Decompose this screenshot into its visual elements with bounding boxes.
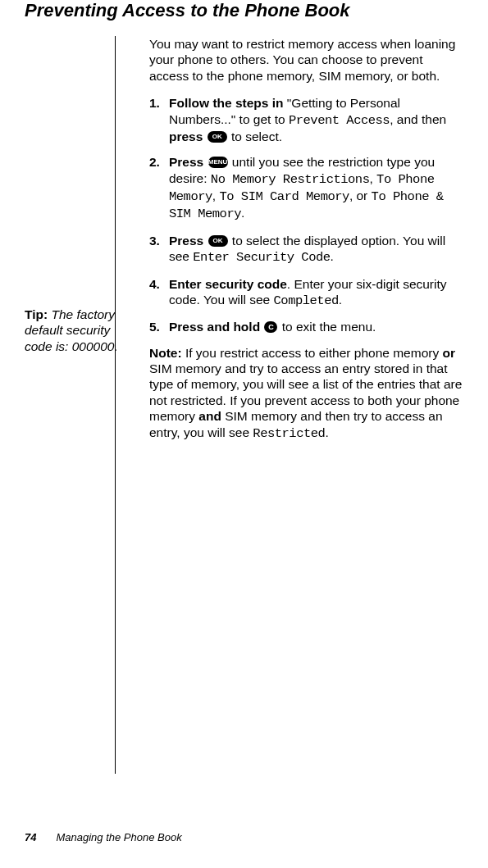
step-3: 3. Press OK to select the displayed opti… xyxy=(169,233,463,266)
press-label: Press xyxy=(169,155,208,169)
lcd-text: Prevent Access xyxy=(289,113,390,128)
step-text: . xyxy=(339,293,342,307)
step-text: . xyxy=(331,249,334,263)
lcd-text: To SIM Card Memory xyxy=(219,189,349,204)
steps-list: 1. Follow the steps in "Getting to Perso… xyxy=(149,95,463,335)
lcd-text: No Memory Restrictions xyxy=(211,172,370,187)
page-footer: 74Managing the Phone Book xyxy=(25,831,182,843)
step-lead: Follow the steps in xyxy=(169,96,287,110)
intro-paragraph: You may want to restrict memory access w… xyxy=(149,36,463,84)
ok-button-icon: OK xyxy=(208,131,227,143)
step-4: 4. Enter security code. Enter your six-d… xyxy=(169,276,463,310)
step-text: , or xyxy=(349,189,372,202)
step-number: 1. xyxy=(149,95,160,111)
step-number: 5. xyxy=(149,319,160,334)
main-column: You may want to restrict memory access w… xyxy=(131,36,463,442)
content-wrapper: Tip: The factory default security code i… xyxy=(0,36,488,774)
note-label: Note: xyxy=(149,346,185,360)
note-emph: or xyxy=(443,346,456,360)
note-emph: and xyxy=(198,409,221,423)
note-paragraph: Note: If you restrict access to either p… xyxy=(149,345,463,442)
margin-column: Tip: The factory default security code i… xyxy=(25,36,131,442)
step-lead: Enter security code xyxy=(169,277,287,291)
page-title: Preventing Access to the Phone Book xyxy=(0,0,488,36)
step-text: , and then xyxy=(390,112,446,126)
menu-button-icon: MENU xyxy=(208,157,228,168)
press-label: press xyxy=(169,130,207,143)
c-button-icon: C xyxy=(264,321,277,333)
step-1: 1. Follow the steps in "Getting to Perso… xyxy=(169,95,463,144)
tip-label: Tip: xyxy=(25,307,51,321)
chapter-title: Managing the Phone Book xyxy=(56,831,181,843)
step-text: to select. xyxy=(228,130,282,143)
step-5: 5. Press and hold C to exit the menu. xyxy=(169,319,463,334)
page-number: 74 xyxy=(25,831,36,843)
press-label: Press xyxy=(169,234,208,248)
lcd-text: Restricted xyxy=(253,426,325,441)
lcd-text: Enter Security Code xyxy=(193,250,330,265)
two-column-layout: Tip: The factory default security code i… xyxy=(0,36,488,442)
ok-button-icon: OK xyxy=(208,235,228,247)
step-text: . xyxy=(241,206,244,220)
step-number: 4. xyxy=(149,276,160,292)
step-number: 2. xyxy=(149,154,160,170)
step-text: , xyxy=(369,171,376,185)
step-lead: Press and hold xyxy=(169,320,263,334)
step-number: 3. xyxy=(149,233,160,248)
step-2: 2. Press MENU until you see the restrict… xyxy=(169,154,463,223)
note-text: . xyxy=(325,425,328,439)
note-text: If you restrict access to either phone m… xyxy=(185,346,443,360)
step-text: to exit the menu. xyxy=(278,320,376,334)
tip-note: Tip: The factory default security code i… xyxy=(25,307,131,354)
lcd-text: Completed xyxy=(274,293,339,308)
